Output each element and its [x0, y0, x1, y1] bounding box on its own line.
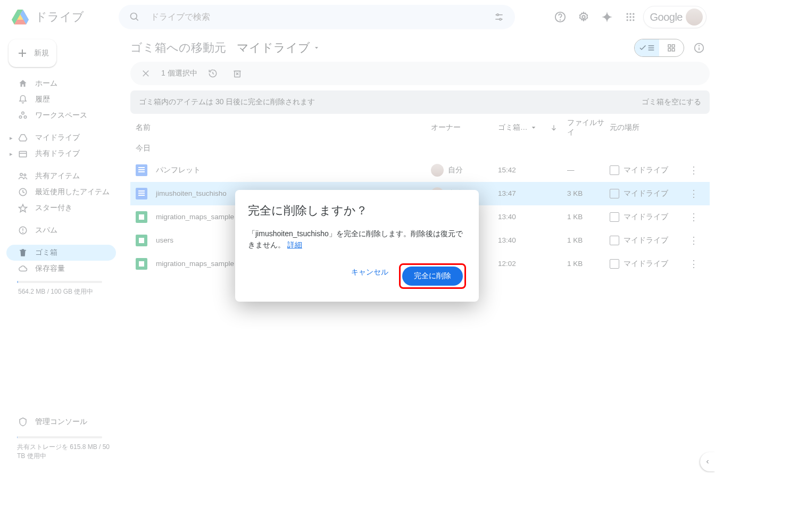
- cancel-button[interactable]: キャンセル: [345, 263, 395, 289]
- delete-forever-confirm-button[interactable]: 完全に削除: [402, 267, 463, 286]
- dialog-title: 完全に削除しますか？: [248, 203, 466, 219]
- details-link[interactable]: 詳細: [287, 240, 302, 249]
- dialog-body: 「jimushoiten_tsuchisho」を完全に削除します。削除後は復元で…: [248, 228, 466, 251]
- side-panel-expand-icon[interactable]: [700, 452, 715, 471]
- delete-forever-dialog: 完全に削除しますか？ 「jimushoiten_tsuchisho」を完全に削除…: [235, 190, 479, 302]
- confirm-highlight: 完全に削除: [399, 263, 466, 289]
